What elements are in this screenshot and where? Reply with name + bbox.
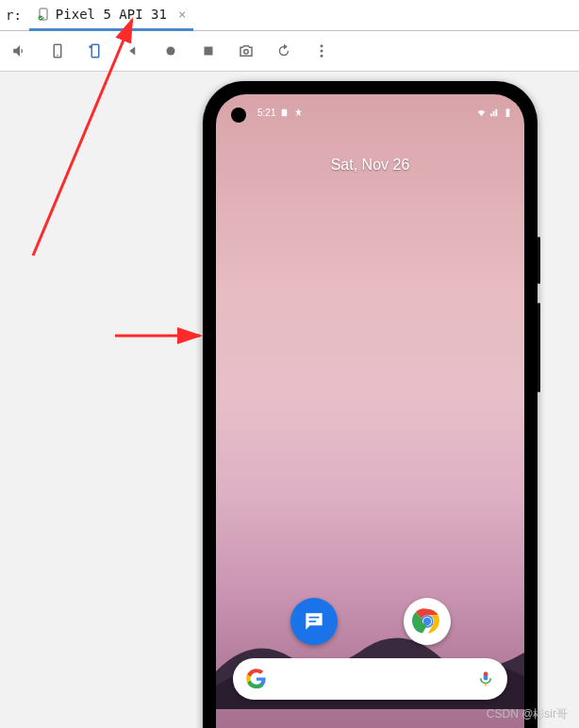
status-time: 5:21 (257, 108, 275, 118)
annotation-arrow-2 (113, 326, 207, 349)
device-side-button-1 (538, 237, 540, 284)
restart-button[interactable] (273, 41, 294, 61)
svg-point-8 (244, 50, 249, 55)
tab-emulator[interactable]: Pixel 5 API 31 × (29, 0, 193, 31)
svg-point-2 (38, 15, 42, 20)
app-dock (216, 598, 524, 645)
back-button[interactable] (123, 41, 143, 61)
notification-icon (279, 108, 290, 118)
svg-rect-5 (91, 44, 99, 58)
messages-app-icon[interactable] (290, 598, 338, 645)
mic-icon[interactable] (477, 670, 494, 687)
chrome-app-icon[interactable] (404, 598, 451, 645)
tab-label: Pixel 5 API 31 (56, 7, 167, 22)
screenshot-button[interactable] (236, 41, 256, 61)
svg-point-9 (321, 44, 323, 47)
rotate-right-button[interactable] (85, 41, 106, 61)
battery-saver-icon (293, 108, 304, 118)
panel-label: r: (6, 8, 22, 23)
svg-rect-24 (484, 672, 488, 677)
overview-button[interactable] (198, 41, 219, 61)
android-nav-bar (216, 720, 524, 728)
more-button[interactable] (311, 41, 332, 61)
tab-bar: r: Pixel 5 API 31 × (0, 0, 579, 31)
device-screen[interactable]: 5:21 Sat, Nov 26 (216, 94, 524, 728)
svg-rect-15 (506, 108, 510, 116)
wifi-icon (476, 108, 487, 118)
device-icon (37, 8, 50, 21)
svg-rect-16 (507, 108, 509, 108)
svg-point-10 (321, 50, 323, 53)
battery-icon (503, 108, 513, 118)
emulator-stage: 5:21 Sat, Nov 26 (0, 72, 579, 728)
status-bar: 5:21 (216, 103, 524, 122)
close-icon[interactable]: × (178, 7, 186, 22)
emulator-toolbar (0, 31, 579, 72)
rotate-left-button[interactable] (47, 41, 68, 61)
google-search-bar[interactable] (233, 658, 507, 700)
svg-point-11 (321, 55, 323, 58)
home-button[interactable] (160, 41, 181, 61)
svg-point-6 (167, 47, 175, 56)
signal-icon (489, 108, 500, 118)
watermark: CSDN @彬sir哥 (487, 706, 568, 722)
svg-rect-7 (205, 47, 213, 56)
svg-point-4 (57, 55, 58, 57)
svg-rect-14 (282, 108, 288, 115)
google-logo-icon (246, 669, 267, 689)
device-frame: 5:21 Sat, Nov 26 (203, 81, 538, 728)
home-date[interactable]: Sat, Nov 26 (216, 157, 524, 174)
device-side-button-2 (538, 303, 540, 392)
volume-button[interactable] (9, 41, 30, 61)
